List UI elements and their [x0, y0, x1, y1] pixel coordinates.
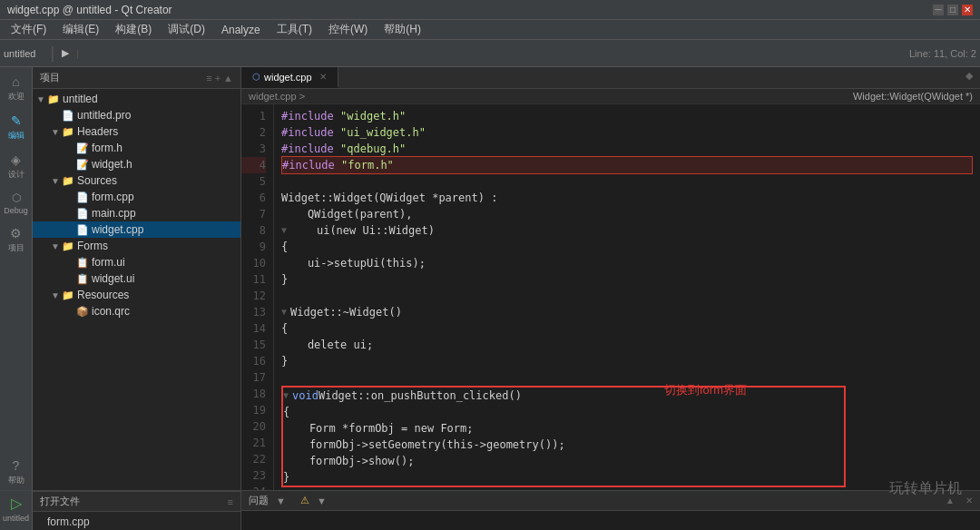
menu-file[interactable]: 文件(F) — [4, 20, 54, 39]
code-line-2: #include "ui_widget.h" — [281, 124, 973, 141]
menu-edit[interactable]: 编辑(E) — [55, 20, 106, 39]
project-selector[interactable]: untitled — [4, 48, 35, 59]
breadcrumb-file: widget.cpp > — [249, 91, 305, 102]
menu-analyze[interactable]: Analyze — [214, 22, 268, 38]
sidebar-item-project[interactable]: ⚙ 项目 — [1, 222, 32, 258]
code-14: { — [281, 320, 288, 337]
tree-item-widget-cpp[interactable]: ▷ 📄 widget.cpp — [33, 221, 240, 238]
code-7: QWidget(parent), — [281, 206, 413, 222]
menu-build[interactable]: 构建(B) — [108, 20, 159, 39]
code-8: ui(new Ui::Widget) — [290, 222, 435, 239]
ln-12: 12 — [241, 288, 266, 304]
filetree-controls: ≡ + ▲ — [206, 73, 233, 83]
tree-arrow-headers: ▼ — [51, 127, 60, 137]
tree-item-resources[interactable]: ▼ 📁 Resources — [33, 287, 240, 303]
tree-item-widget-ui[interactable]: ▷ 📋 widget.ui — [33, 270, 240, 287]
fold-marker-18[interactable]: ▼ — [283, 388, 289, 404]
tab-widget-cpp[interactable]: ⬡ widget.cpp ✕ — [241, 67, 338, 88]
sidebar-item-debug[interactable]: ⬡ Debug — [1, 188, 32, 219]
ln-11: 11 — [241, 271, 266, 288]
tree-label-form-cpp: form.cpp — [92, 191, 134, 203]
tab-spacer — [338, 67, 958, 88]
left-sidebar: ⌂ 欢迎 ✎ 编辑 ◈ 设计 ⬡ Debug ⚙ 项目 ? 帮助 — [0, 67, 33, 490]
sidebar-item-welcome[interactable]: ⌂ 欢迎 — [1, 71, 32, 106]
tree-item-pro[interactable]: ▷ 📄 untitled.pro — [33, 107, 240, 123]
edit-icon: ✎ — [11, 113, 22, 128]
cpp-icon-widget: 📄 — [76, 224, 89, 236]
main-layout: ⌂ 欢迎 ✎ 编辑 ◈ 设计 ⬡ Debug ⚙ 项目 ? 帮助 项目 ≡ + … — [0, 67, 980, 490]
tree-item-widget-h[interactable]: ▷ 📝 widget.h — [33, 156, 240, 172]
annotation-text: 切换到form界面 — [664, 382, 747, 398]
tree-item-forms[interactable]: ▼ 📁 Forms — [33, 238, 240, 254]
tree-item-root[interactable]: ▼ 📁 untitled — [33, 91, 240, 107]
sidebar-label-edit: 编辑 — [8, 130, 24, 142]
tree-label-forms: Forms — [77, 240, 108, 252]
bottom-section: ▷ untitled ▷ Debug 打开文件 ≡ form.cpp form.… — [0, 490, 980, 530]
project-icon: ⚙ — [10, 226, 22, 240]
sidebar-label-project: 项目 — [8, 242, 24, 254]
tree-item-form-cpp[interactable]: ▷ 📄 form.cpp — [33, 189, 240, 205]
filetree-content[interactable]: ▼ 📁 untitled ▷ 📄 untitled.pro ▼ 📁 Header… — [33, 89, 240, 490]
tree-item-form-ui[interactable]: ▷ 📋 form.ui — [33, 254, 240, 270]
tree-arrow-forms: ▼ — [51, 241, 60, 251]
ln-14: 14 — [241, 320, 266, 337]
ln-3: 3 — [241, 141, 266, 157]
str-3: "qdebug.h" — [340, 141, 406, 157]
fold-marker-13[interactable]: ▼ — [281, 304, 287, 320]
ln-13: 13 — [241, 304, 266, 320]
code-line-5 — [281, 173, 973, 190]
maximize-button[interactable]: □ — [947, 5, 958, 15]
menu-debug[interactable]: 调试(D) — [161, 20, 212, 39]
fold-marker-8[interactable]: ▼ — [281, 222, 287, 239]
sidebar-item-design[interactable]: ◈ 设计 — [1, 149, 32, 184]
issues-collapse[interactable]: ▲ — [946, 496, 955, 505]
ln-1: 1 — [241, 108, 266, 124]
tab-close-widget-cpp[interactable]: ✕ — [319, 72, 327, 82]
menu-tools[interactable]: 工具(T) — [270, 20, 319, 39]
tree-item-headers[interactable]: ▼ 📁 Headers — [33, 123, 240, 140]
tree-label-headers: Headers — [77, 125, 118, 138]
ln-6: 6 — [241, 190, 266, 206]
tree-label-widget-ui: widget.ui — [92, 272, 134, 285]
minimize-button[interactable]: ─ — [933, 5, 944, 15]
code-line-24 — [281, 487, 973, 490]
toolbar-build-mode[interactable]: ▶ — [62, 47, 69, 59]
ln-17: 17 — [241, 369, 266, 386]
sidebar-label-welcome: 欢迎 — [8, 91, 24, 103]
menu-help[interactable]: 帮助(H) — [377, 20, 428, 39]
sidebar-item-help[interactable]: ? 帮助 — [1, 455, 32, 490]
sidebar-label-design: 设计 — [8, 169, 24, 181]
issues-close[interactable]: ✕ — [965, 496, 973, 505]
code-line-21: formObj->setGeometry(this->geometry()); — [281, 437, 846, 453]
code-10: ui->setupUi(this); — [281, 255, 426, 271]
close-button[interactable]: ✕ — [962, 5, 973, 15]
sidebar-label-help: 帮助 — [8, 475, 24, 486]
open-files-title: 打开文件 — [40, 495, 80, 508]
sidebar-run-button[interactable]: ▷ untitled — [3, 495, 29, 523]
filetree-header: 项目 ≡ + ▲ — [33, 67, 240, 89]
sidebar-item-edit[interactable]: ✎ 编辑 — [1, 110, 32, 145]
welcome-icon: ⌂ — [12, 74, 19, 89]
code-13: Widget::~Widget() — [290, 304, 402, 320]
tree-item-form-h[interactable]: ▷ 📝 form.h — [33, 140, 240, 156]
code-editor[interactable]: #include "widget.h" #include "ui_widget.… — [274, 104, 980, 490]
titlebar: widget.cpp @ untitled - Qt Creator ─ □ ✕ — [0, 0, 980, 20]
breadcrumb-bar: widget.cpp > Widget::Widget(QWidget *) — [241, 89, 980, 104]
tree-item-main-cpp[interactable]: ▷ 📄 main.cpp — [33, 205, 240, 221]
issues-warning-icon: ⚠ — [300, 495, 309, 506]
open-files-controls: ≡ — [228, 496, 233, 507]
tree-item-sources[interactable]: ▼ 📁 Sources — [33, 172, 240, 189]
menu-widget[interactable]: 控件(W) — [321, 20, 375, 39]
tree-item-icon-qrc[interactable]: ▷ 📦 icon.qrc — [33, 303, 240, 319]
code-line-22: formObj->show(); — [281, 453, 846, 469]
code-line-17 — [281, 369, 973, 386]
tree-label-resources: Resources — [77, 289, 129, 301]
menubar: 文件(F) 编辑(E) 构建(B) 调试(D) Analyze 工具(T) 控件… — [0, 20, 980, 40]
open-file-form-cpp[interactable]: form.cpp — [33, 514, 240, 530]
str-2: "ui_widget.h" — [340, 124, 426, 141]
code-line-12 — [281, 288, 973, 304]
code-line-19: { — [281, 404, 846, 420]
code-16: } — [281, 353, 288, 369]
ln-5: 5 — [241, 173, 266, 190]
code-line-4: #include "form.h" — [281, 156, 973, 174]
